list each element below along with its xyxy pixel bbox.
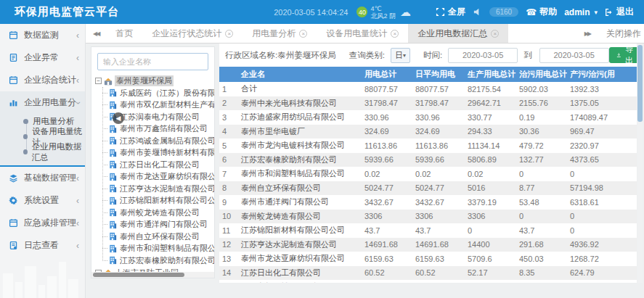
tree-company-node[interactable]: 江苏鸿诚金属制品有限公司 [102, 135, 214, 147]
tree-company-node[interactable]: 江苏锦阳新材料有限公司公司 [102, 195, 214, 207]
sidebar-item-0[interactable]: 数据监测‹ [0, 24, 85, 46]
date-to-input[interactable] [539, 48, 609, 63]
value-cell: 5709.6 [465, 252, 516, 266]
tree-company-node[interactable]: 泰州市万鑫箔绢有限公司 [102, 123, 214, 136]
table-row-7[interactable]: 7泰州市和润塑料制品有限公司0.020.020.0200 [219, 167, 637, 181]
tree-scroll-thumb[interactable] [93, 273, 184, 277]
export-button[interactable]: 导出 [609, 47, 637, 63]
sidebar-item-5[interactable]: 系统设置‹ [0, 189, 85, 212]
row-index: 11 [219, 223, 238, 238]
close-operations-button[interactable]: 关闭操作 [598, 28, 644, 40]
date-from-input[interactable] [448, 48, 518, 63]
sidebar-subitem-2[interactable]: 企业用电数据汇总 [0, 144, 85, 160]
tab-close-icon[interactable]: × [225, 30, 233, 38]
company-search-input[interactable] [97, 53, 208, 70]
log-icon [9, 241, 19, 251]
table-row-15[interactable]: 15泰州市姜堰博特新材料有限公司930.84930.84739.4543.684… [219, 280, 637, 283]
logout-icon [605, 8, 614, 17]
tree-company-label: 泰州市万鑫箔绢有限公司 [120, 123, 208, 134]
tree-horizontal-scrollbar[interactable] [91, 272, 214, 278]
tree-company-node[interactable]: 泰州市和润塑料制品有限公司 [102, 243, 214, 255]
logout-button[interactable]: 退出 [605, 6, 634, 18]
table-row-5[interactable]: 5泰州市龙沟电镀科技有限公司11613.8611613.8611134.1447… [219, 138, 637, 153]
tab-4[interactable]: 企业用电数据汇总× [408, 24, 508, 43]
main-panel: 行政区域名称:泰州姜堰环保局 查询类别: 日 ▾ 时间: 到 导出 企业名用电总… [219, 44, 637, 283]
tab-close-icon[interactable]: × [491, 30, 499, 38]
aqi-badge: 40 [356, 7, 367, 17]
sidebar-item-4[interactable]: 基础数据管理‹ [0, 167, 85, 189]
tree-company-label: 江苏宏泰橡胶助剂有限公司 [120, 255, 214, 266]
sidebar-item-label: 应急减排管理 [24, 217, 76, 229]
tree-root-node[interactable]: −泰州姜堰环保局 [95, 75, 214, 87]
tab-close-icon[interactable]: × [299, 30, 307, 38]
table-row-11[interactable]: 11江苏锦阳新材料有限公司公司43.743.7043.70 [219, 223, 637, 238]
tree-company-label: 泰州市和润塑料制品有限公司 [120, 243, 214, 254]
sidebar-item-3[interactable]: 企业用电量分析‹ [0, 91, 85, 114]
company-name-cell: 泰州市龙达亚麻纺织有限公司 [238, 252, 362, 266]
sidebar-item-2[interactable]: 企业综合统计‹ [0, 69, 85, 91]
tree-company-node[interactable]: 乐威医药（江苏）股份有限公司 [102, 87, 214, 99]
sidebar-group: 基础数据管理‹ [0, 167, 85, 189]
value-cell: 53.48 [516, 195, 567, 210]
value-cell: 0 [465, 223, 516, 238]
tree-company-node[interactable]: 泰州市龙达亚麻纺织有限公司 [102, 171, 214, 183]
tab-2[interactable]: 用电量分析× [242, 24, 317, 43]
row-index: 1 [219, 82, 238, 96]
query-type-select[interactable]: 日 ▾ [391, 48, 410, 63]
tree-company-node[interactable]: 泰州蛟龙铸造有限公司 [102, 207, 214, 219]
company-name-cell: 泰州蛟龙铸造有限公司 [238, 210, 362, 224]
sidebar: 数据监测‹企业异常‹企业综合统计‹企业用电量分析‹用电量分析设备用电量统计企业用… [0, 24, 86, 298]
tree-company-node[interactable]: 江苏日出化工有限公司 [102, 159, 214, 171]
fullscreen-button[interactable]: 全屏 [436, 6, 465, 18]
value-cell: 29642.71 [465, 96, 516, 111]
value-cell: 57194.98 [567, 181, 637, 196]
tab-3[interactable]: 设备用电量统计× [317, 24, 408, 43]
collapse-panel-button[interactable]: ◀ [113, 112, 124, 124]
table-row-4[interactable]: 4泰州市里华电镀厂324.69324.69294.3330.36969.47 [219, 125, 637, 139]
tree-company-node[interactable]: 江苏宏泰橡胶助剂有限公司 [102, 254, 214, 267]
sidebar-item-6[interactable]: 应急减排管理‹ [0, 212, 85, 234]
tree-company-label: 江苏日出化工有限公司 [120, 160, 200, 170]
table-row-6[interactable]: 6江苏宏泰橡胶助剂有限公司5939.665939.665806.89132.77… [219, 153, 637, 167]
value-cell: 4373.65 [567, 153, 637, 167]
value-cell: 43.7 [516, 223, 567, 238]
app-window: 环保用电监管云平台 2020-03-05 14:04:24 40 4℃ 北风2 … [0, 0, 644, 298]
speaker-icon[interactable] [473, 7, 482, 17]
alert-count-badge[interactable]: 6160 [489, 7, 518, 17]
tab-close-icon[interactable]: × [391, 30, 399, 38]
tab-1[interactable]: 企业运行状态统计× [142, 24, 242, 43]
value-cell: 5806.89 [465, 153, 516, 167]
tree-collapse-box-icon[interactable]: − [95, 78, 102, 84]
bullet-icon [23, 119, 28, 124]
table-row-13[interactable]: 13泰州市龙达亚麻纺织有限公司6159.636159.635709.6450.0… [219, 252, 637, 266]
table-row-10[interactable]: 10泰州蛟龙铸造有限公司33063306330600 [219, 210, 637, 224]
power-data-table: 企业名用电总计日平均用电生产用电总计治污用电总计产污/治污(用 1合计88077… [219, 67, 637, 283]
table-row-14[interactable]: 14江苏日出化工有限公司60.5260.5252.178.35624.79 [219, 266, 637, 281]
tree-company-node[interactable]: 泰州市双亿新型材料生产有限公司 [102, 99, 214, 112]
table-row-12[interactable]: 12江苏亨达水泥制造有限公司14691.6814691.6814400291.6… [219, 238, 637, 252]
table-row-2[interactable]: 2泰州中来光电科技有限公司31798.4731798.4729642.71215… [219, 96, 637, 111]
value-cell: 3306 [362, 210, 412, 224]
user-menu[interactable]: admin ▾ [564, 7, 598, 17]
tree-company-node[interactable]: 泰州自立环保有限公司 [102, 231, 214, 243]
vertical-scroll-thumb[interactable] [637, 45, 643, 122]
table-row-9[interactable]: 9泰州市通洋阀门有限公司3432.673432.673379.1953.4863… [219, 195, 637, 210]
value-cell: 6159.63 [362, 252, 412, 266]
value-cell: 1375.05 [567, 96, 637, 111]
tab-0[interactable]: 首页 [106, 24, 142, 43]
help-button[interactable]: ☎ 帮助 [526, 6, 557, 18]
sidebar-subitem-label: 企业用电数据汇总 [32, 141, 85, 163]
tree-company-node[interactable]: 江苏亨达水泥制造有限公司 [102, 183, 214, 195]
building-icon [109, 101, 117, 109]
tree-company-node[interactable]: 泰州市通洋阀门有限公司 [102, 219, 214, 231]
value-cell: 930.84 [362, 280, 412, 283]
vertical-scrollbar[interactable] [637, 44, 643, 283]
tree-company-node[interactable]: 泰州市姜堰博特新材料有限公司 [102, 147, 214, 160]
sidebar-item-1[interactable]: 企业异常‹ [0, 46, 85, 69]
table-row-3[interactable]: 3江苏迪盛家用纺织品有限公司330.96330.96330.770.191740… [219, 110, 637, 125]
table-row-1[interactable]: 1合计88077.5788077.5782175.545902.031392.3… [219, 82, 637, 96]
scroll-tabs-left-icon[interactable]: ◀◀ [86, 24, 106, 43]
table-row-8[interactable]: 8泰州自立环保有限公司5024.775024.7750168.7757194.9… [219, 181, 637, 196]
value-cell: 0.02 [412, 167, 465, 181]
scroll-tabs-right-icon[interactable]: ▶▶ [577, 30, 598, 37]
